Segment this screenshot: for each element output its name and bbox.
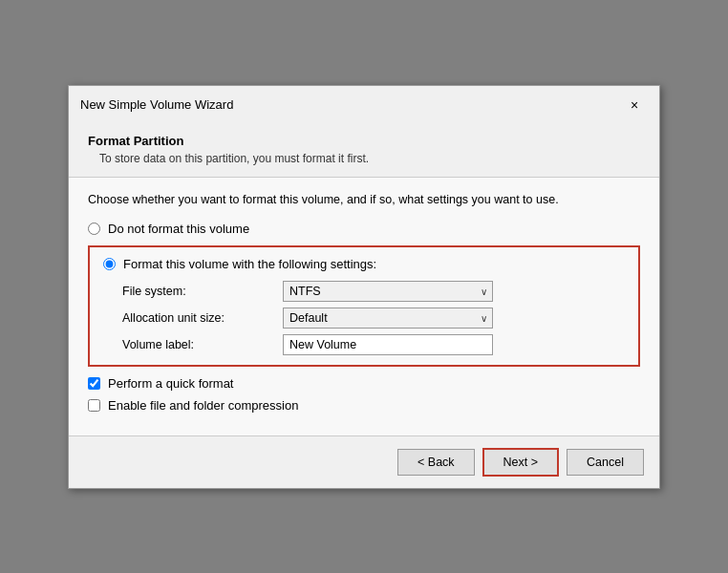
format-options-box: Format this volume with the following se… [88,245,640,367]
dialog-footer: < Back Next > Cancel [69,435,659,488]
file-system-control: NTFS FAT32 exFAT [283,281,625,302]
compression-label: Enable file and folder compression [108,398,298,413]
dialog-title: New Simple Volume Wizard [80,97,233,112]
quick-format-checkbox[interactable] [88,377,100,390]
format-radio[interactable] [103,258,116,270]
quick-format-label: Perform a quick format [108,376,234,391]
volume-label-control [283,334,625,355]
allocation-unit-select[interactable]: Default 512 1024 2048 4096 [283,308,493,329]
volume-label-label: Volume label: [122,334,275,355]
allocation-unit-label: Allocation unit size: [122,308,275,329]
file-system-select[interactable]: NTFS FAT32 exFAT [283,281,493,302]
checkbox-group: Perform a quick format Enable file and f… [88,376,640,413]
header-section: Format Partition To store data on this p… [69,122,659,178]
file-system-select-wrapper: NTFS FAT32 exFAT [283,281,493,302]
back-button[interactable]: < Back [397,449,475,476]
title-bar: New Simple Volume Wizard × [69,86,659,122]
content-description: Choose whether you want to format this v… [88,193,640,206]
format-settings-grid: File system: NTFS FAT32 exFAT Allocation… [103,281,625,355]
compression-checkbox[interactable] [88,399,100,412]
no-format-label: Do not format this volume [108,222,249,236]
quick-format-option[interactable]: Perform a quick format [88,376,640,391]
file-system-label: File system: [122,281,275,302]
next-button[interactable]: Next > [482,448,559,477]
close-button[interactable]: × [621,94,648,117]
no-format-radio[interactable] [88,223,100,235]
content-area: Choose whether you want to format this v… [69,178,659,435]
format-label: Format this volume with the following se… [123,257,376,271]
dialog-window: New Simple Volume Wizard × Format Partit… [68,85,660,489]
cancel-button[interactable]: Cancel [567,449,644,476]
allocation-unit-select-wrapper: Default 512 1024 2048 4096 [283,308,493,329]
no-format-option[interactable]: Do not format this volume [88,222,640,236]
volume-label-input[interactable] [283,334,493,355]
section-subtitle: To store data on this partition, you mus… [88,152,640,165]
compression-option[interactable]: Enable file and folder compression [88,398,640,413]
radio-group: Do not format this volume [88,222,640,236]
section-title: Format Partition [88,134,640,148]
allocation-unit-control: Default 512 1024 2048 4096 [283,308,625,329]
format-option-title: Format this volume with the following se… [103,257,625,271]
